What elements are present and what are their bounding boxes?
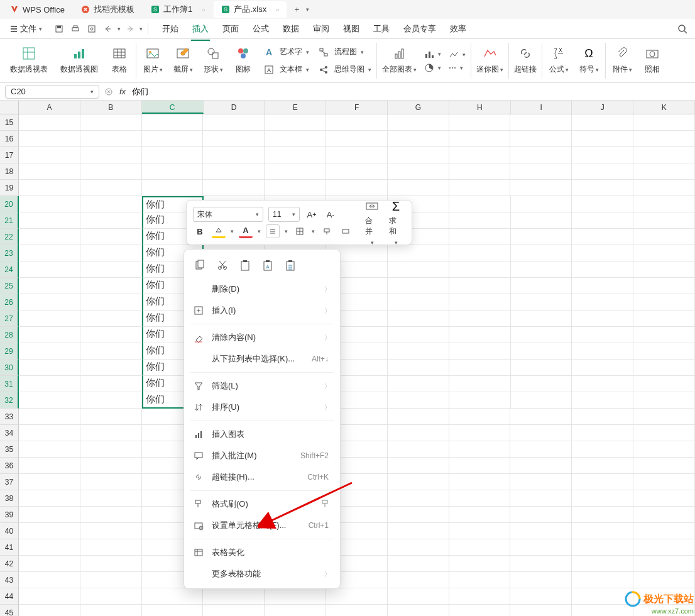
tab-vip[interactable]: 会员专享 bbox=[402, 21, 437, 37]
cell[interactable] bbox=[633, 278, 695, 294]
cell[interactable] bbox=[203, 180, 265, 196]
cell[interactable] bbox=[388, 245, 449, 261]
print-icon[interactable] bbox=[68, 22, 82, 36]
cell[interactable] bbox=[80, 278, 142, 294]
cell[interactable] bbox=[80, 409, 142, 425]
cell[interactable] bbox=[511, 376, 572, 392]
cell[interactable] bbox=[449, 441, 511, 458]
paste-icon[interactable] bbox=[238, 258, 252, 272]
cell[interactable] bbox=[633, 327, 695, 343]
cell[interactable] bbox=[449, 327, 511, 343]
cell[interactable] bbox=[633, 507, 695, 523]
row-header[interactable]: 44 bbox=[0, 588, 19, 605]
cell[interactable] bbox=[19, 588, 80, 605]
cell[interactable] bbox=[388, 474, 449, 490]
cell[interactable] bbox=[572, 556, 633, 572]
ctx-insert[interactable]: 插入(I)〉 bbox=[184, 300, 340, 321]
cell[interactable] bbox=[142, 114, 204, 131]
cell[interactable] bbox=[572, 245, 633, 261]
save-icon[interactable] bbox=[52, 22, 66, 36]
cell[interactable] bbox=[633, 474, 695, 490]
cell[interactable] bbox=[572, 523, 633, 539]
cell[interactable] bbox=[633, 490, 695, 507]
file-menu[interactable]: 文件 ▾ bbox=[5, 21, 47, 37]
cell[interactable] bbox=[510, 163, 572, 180]
ribbon-formula[interactable]: x 公式▾ bbox=[544, 39, 574, 82]
tab-formula[interactable]: 公式 bbox=[251, 21, 270, 37]
row-header[interactable]: 23 bbox=[0, 245, 19, 261]
ribbon-pivot-table[interactable]: 数据透视表 bbox=[4, 39, 54, 82]
cell[interactable] bbox=[510, 114, 572, 131]
cell[interactable] bbox=[19, 212, 80, 229]
cell[interactable] bbox=[511, 196, 572, 212]
cell[interactable] bbox=[511, 392, 572, 409]
ribbon-symbol[interactable]: Ω 符号▾ bbox=[574, 39, 604, 82]
cell[interactable] bbox=[449, 360, 511, 376]
cell[interactable] bbox=[80, 343, 142, 360]
cell[interactable] bbox=[572, 147, 633, 163]
cell[interactable] bbox=[572, 572, 633, 588]
paste-text-icon[interactable]: A bbox=[261, 258, 275, 272]
paste-special-icon[interactable] bbox=[283, 258, 297, 272]
cell[interactable] bbox=[449, 294, 511, 311]
col-header[interactable]: J bbox=[572, 101, 633, 114]
cell[interactable] bbox=[449, 556, 511, 572]
cell[interactable] bbox=[265, 605, 326, 616]
cell[interactable] bbox=[449, 458, 511, 474]
cell[interactable] bbox=[19, 376, 80, 392]
cell[interactable] bbox=[449, 507, 511, 523]
row-header[interactable]: 27 bbox=[0, 311, 19, 327]
ctx-more[interactable]: 更多表格功能〉 bbox=[184, 563, 340, 585]
cell[interactable] bbox=[80, 474, 142, 490]
cell[interactable] bbox=[449, 278, 511, 294]
cell[interactable] bbox=[19, 131, 80, 147]
ribbon-attachment[interactable]: 附件▾ bbox=[607, 39, 637, 82]
app-tab[interactable]: WPS Office bbox=[3, 1, 72, 18]
merge-cell-button[interactable]: 合并▾ bbox=[363, 199, 381, 246]
cell[interactable] bbox=[80, 572, 142, 588]
ctx-beautify[interactable]: 表格美化 bbox=[184, 542, 340, 563]
cell[interactable] bbox=[388, 425, 449, 441]
cell[interactable] bbox=[80, 261, 142, 278]
cell[interactable] bbox=[510, 588, 572, 605]
cell[interactable] bbox=[388, 605, 449, 616]
cell[interactable] bbox=[449, 311, 511, 327]
ribbon-pivot-chart[interactable]: 数据透视图 bbox=[54, 39, 104, 82]
cell[interactable] bbox=[326, 147, 388, 163]
cell[interactable] bbox=[388, 163, 449, 180]
cell[interactable] bbox=[80, 588, 142, 605]
cell[interactable] bbox=[449, 163, 511, 180]
cell[interactable] bbox=[142, 605, 204, 616]
row-header[interactable]: 42 bbox=[0, 556, 19, 572]
cell[interactable] bbox=[449, 605, 511, 616]
cell[interactable] bbox=[388, 490, 449, 507]
undo-icon[interactable] bbox=[101, 22, 115, 36]
cell[interactable] bbox=[510, 458, 572, 474]
cell[interactable] bbox=[80, 229, 142, 245]
cell[interactable] bbox=[265, 180, 326, 196]
cell[interactable] bbox=[633, 425, 695, 441]
cell[interactable] bbox=[633, 163, 695, 180]
add-tab-button[interactable]: ＋ bbox=[288, 4, 306, 15]
row-header[interactable]: 25 bbox=[0, 278, 19, 294]
cell[interactable] bbox=[80, 490, 142, 507]
align-button[interactable] bbox=[266, 224, 280, 238]
cell[interactable] bbox=[449, 572, 511, 588]
formula-input[interactable] bbox=[132, 87, 690, 96]
row-header[interactable]: 24 bbox=[0, 261, 19, 278]
row-header[interactable]: 32 bbox=[0, 392, 19, 409]
col-header[interactable]: K bbox=[633, 101, 695, 114]
cell[interactable] bbox=[80, 131, 142, 147]
cell[interactable] bbox=[449, 425, 511, 441]
cell[interactable] bbox=[449, 180, 511, 196]
cell[interactable] bbox=[633, 376, 695, 392]
cell[interactable] bbox=[80, 212, 142, 229]
col-header[interactable]: C bbox=[142, 101, 204, 114]
cell[interactable] bbox=[19, 458, 80, 474]
cell[interactable] bbox=[19, 343, 80, 360]
row-header[interactable]: 35 bbox=[0, 441, 19, 458]
col-header[interactable]: E bbox=[265, 101, 326, 114]
row-header[interactable]: 39 bbox=[0, 507, 19, 523]
cut-icon[interactable] bbox=[216, 258, 229, 272]
merge-icon[interactable] bbox=[339, 224, 353, 238]
